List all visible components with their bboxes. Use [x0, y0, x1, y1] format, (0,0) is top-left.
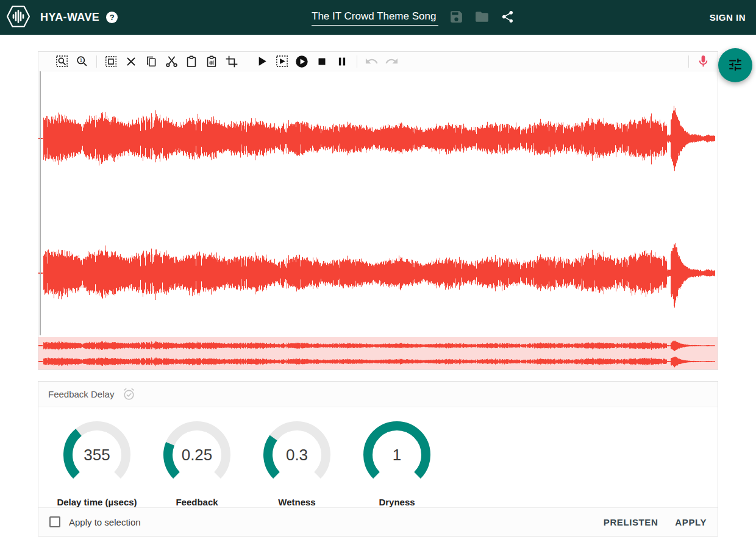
save-button[interactable] — [448, 10, 464, 26]
copy-icon[interactable] — [144, 54, 159, 69]
crop-icon[interactable] — [224, 54, 239, 69]
app-name: HYA-WAVE — [40, 11, 99, 24]
effect-title: Feedback Delay — [48, 389, 114, 399]
knob-label: Dryness — [379, 497, 415, 507]
effects-fab-button[interactable] — [718, 48, 752, 82]
select-all-icon[interactable] — [104, 54, 118, 69]
toolbar-right — [682, 52, 718, 71]
sign-in-button[interactable]: SIGN IN — [710, 12, 746, 23]
effect-panel-footer: Apply to selection PRELISTEN APPLY — [38, 507, 718, 536]
waveform-canvas[interactable] — [38, 71, 718, 335]
redo-icon[interactable] — [384, 54, 399, 69]
save-icon — [449, 9, 464, 26]
feedback-knob[interactable]: 0.25 — [163, 421, 231, 489]
alarm-check-icon — [122, 387, 136, 401]
dryness-knob[interactable]: 1 — [363, 421, 431, 489]
pause-icon[interactable] — [335, 54, 349, 69]
zoom-reset-icon[interactable]: 1 — [74, 54, 89, 69]
app-header: HYA-WAVE ? SIGN IN — [0, 0, 756, 35]
toolbar-separator — [96, 55, 97, 68]
toolbar: 1 — [38, 52, 718, 71]
apply-to-selection-checkbox[interactable] — [49, 516, 60, 527]
toolbar-separator — [357, 55, 357, 68]
cut-icon[interactable] — [164, 54, 179, 69]
delay-time-knob[interactable]: 355 — [63, 421, 131, 489]
overview-canvas[interactable] — [38, 337, 718, 369]
logo-hexagon-waveform-icon — [5, 2, 31, 33]
knob-label: Wetness — [278, 497, 315, 507]
effect-panel-header: Feedback Delay — [38, 382, 718, 407]
knob-feedback: 0.25 Feedback — [147, 421, 247, 507]
knob-wetness: 0.3 Wetness — [247, 421, 347, 507]
paste-mix-icon[interactable] — [204, 54, 219, 69]
zoom-selection-icon[interactable] — [54, 54, 69, 69]
play-icon[interactable] — [254, 54, 269, 69]
undo-icon[interactable] — [364, 54, 379, 69]
waveform-overview[interactable] — [38, 337, 718, 369]
open-file-button[interactable] — [474, 10, 490, 26]
help-icon[interactable]: ? — [106, 12, 118, 23]
waveform-display[interactable] — [38, 71, 718, 335]
svg-text:1: 1 — [79, 58, 82, 62]
title-group — [312, 0, 515, 35]
play-all-icon[interactable] — [294, 54, 309, 69]
editor-panel: 1 — [38, 51, 718, 370]
effect-panel: Feedback Delay 355 Delay time (µsecs) — [38, 381, 718, 537]
paste-icon[interactable] — [184, 54, 199, 69]
track-title-input[interactable] — [312, 9, 438, 26]
stop-icon[interactable] — [315, 54, 329, 69]
wetness-knob[interactable]: 0.3 — [263, 421, 331, 489]
app-logo — [5, 2, 31, 33]
clear-selection-icon[interactable] — [124, 54, 138, 69]
knob-delay-time: 355 Delay time (µsecs) — [47, 421, 147, 507]
knob-label: Feedback — [176, 497, 218, 507]
prelisten-button[interactable]: PRELISTEN — [604, 512, 658, 532]
share-icon — [501, 10, 515, 26]
playhead-cursor — [40, 71, 41, 335]
folder-icon — [474, 9, 490, 26]
footer-buttons: PRELISTEN APPLY — [587, 512, 707, 532]
share-button[interactable] — [499, 10, 515, 26]
knob-row: 355 Delay time (µsecs) 0.25 Feedback 0.3 — [38, 407, 718, 507]
apply-button[interactable]: APPLY — [675, 512, 707, 532]
tune-sliders-icon — [727, 57, 743, 74]
toolbar-separator — [688, 55, 689, 68]
play-selection-icon[interactable] — [274, 54, 289, 69]
knob-dryness: 1 Dryness — [347, 421, 447, 507]
apply-to-selection-label: Apply to selection — [69, 517, 141, 527]
knob-label: Delay time (µsecs) — [57, 497, 137, 507]
microphone-icon[interactable] — [695, 54, 711, 70]
